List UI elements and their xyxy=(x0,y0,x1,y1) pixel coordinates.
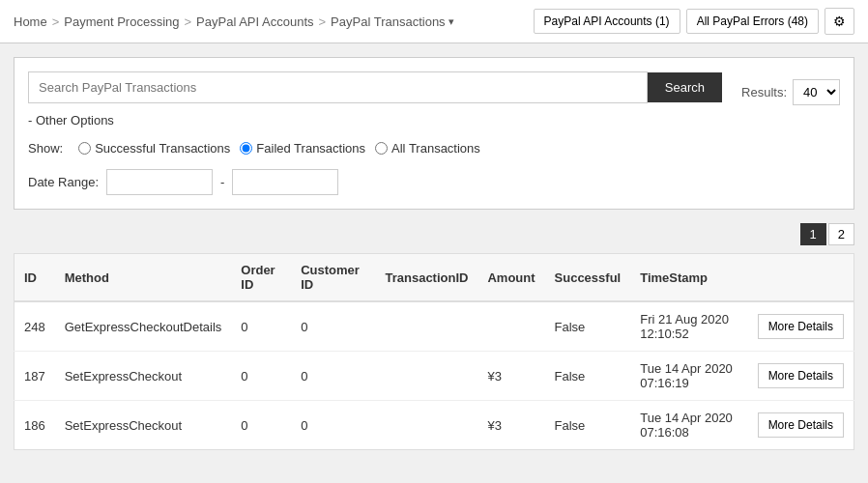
search-area: Search Results: 40 - Other Options Show:… xyxy=(14,57,854,210)
cell-method: SetExpressCheckout xyxy=(55,352,232,401)
col-header-customer-id: Customer ID xyxy=(291,254,375,302)
search-row: Search xyxy=(28,71,722,103)
col-header-order-id: Order ID xyxy=(231,254,291,302)
breadcrumb-sep2: > xyxy=(185,14,192,29)
col-header-timestamp: TimeStamp xyxy=(630,254,747,302)
cell-order-id: 0 xyxy=(231,301,291,352)
results-label: Results: xyxy=(741,85,787,99)
cell-order-id: 0 xyxy=(231,352,291,401)
cell-method: GetExpressCheckoutDetails xyxy=(55,301,232,352)
cell-action: More Details xyxy=(748,352,854,401)
table-body: 248 GetExpressCheckoutDetails 0 0 False … xyxy=(14,301,854,450)
cell-method: SetExpressCheckout xyxy=(55,401,232,450)
table-header-row: ID Method Order ID Customer ID Transacti… xyxy=(14,254,854,302)
paypal-api-accounts-button[interactable]: PayPal API Accounts (1) xyxy=(534,9,680,34)
cell-amount: ¥3 xyxy=(477,401,544,450)
radio-failed[interactable]: Failed Transactions xyxy=(240,141,365,156)
cell-id: 248 xyxy=(14,301,55,352)
col-header-successful: Successful xyxy=(545,254,631,302)
pagination-top: 1 2 xyxy=(14,223,854,245)
date-range-label: Date Range: xyxy=(28,175,99,189)
cell-successful: False xyxy=(545,352,631,401)
cell-order-id: 0 xyxy=(231,401,291,450)
radio-successful[interactable]: Successful Transactions xyxy=(78,141,230,156)
page-button-2[interactable]: 2 xyxy=(828,223,854,245)
settings-gear-button[interactable]: ⚙ xyxy=(825,8,854,35)
search-input[interactable] xyxy=(28,71,648,103)
cell-successful: False xyxy=(545,301,631,352)
date-from-input[interactable] xyxy=(106,169,213,195)
radio-all[interactable]: All Transactions xyxy=(375,141,480,156)
breadcrumb-current-label: PayPal Transactions xyxy=(331,14,446,29)
show-label: Show: xyxy=(28,141,63,156)
cell-id: 187 xyxy=(14,352,55,401)
radio-successful-label: Successful Transactions xyxy=(95,141,230,156)
options-panel: Show: Successful Transactions Failed Tra… xyxy=(28,141,840,195)
search-button[interactable]: Search xyxy=(648,72,722,102)
table-header: ID Method Order ID Customer ID Transacti… xyxy=(14,254,854,302)
cell-action: More Details xyxy=(748,401,854,450)
header-buttons: PayPal API Accounts (1) All PayPal Error… xyxy=(534,8,854,35)
gear-icon: ⚙ xyxy=(833,14,846,29)
all-paypal-errors-button[interactable]: All PayPal Errors (48) xyxy=(686,9,819,34)
date-separator: - xyxy=(220,175,224,189)
search-top: Search Results: 40 xyxy=(28,71,840,113)
cell-successful: False xyxy=(545,401,631,450)
breadcrumb-paypal-api-accounts[interactable]: PayPal API Accounts xyxy=(196,14,313,29)
cell-transaction-id xyxy=(375,401,477,450)
date-row: Date Range: - xyxy=(28,169,840,195)
col-header-id: ID xyxy=(14,254,55,302)
date-to-input[interactable] xyxy=(232,169,338,195)
cell-customer-id: 0 xyxy=(291,401,375,450)
radio-successful-input[interactable] xyxy=(78,142,91,155)
breadcrumb-home[interactable]: Home xyxy=(14,14,47,29)
chevron-down-icon: ▾ xyxy=(448,15,454,28)
cell-action: More Details xyxy=(748,301,854,352)
breadcrumb-payment-processing[interactable]: Payment Processing xyxy=(64,14,179,29)
radio-failed-input[interactable] xyxy=(240,142,252,155)
page-button-1[interactable]: 1 xyxy=(800,223,826,245)
radio-all-label: All Transactions xyxy=(391,141,480,156)
show-row: Show: Successful Transactions Failed Tra… xyxy=(28,141,840,156)
cell-amount xyxy=(477,301,544,352)
cell-timestamp: Fri 21 Aug 2020 12:10:52 xyxy=(630,301,747,352)
breadcrumb-current[interactable]: PayPal Transactions ▾ xyxy=(331,14,454,29)
cell-amount: ¥3 xyxy=(477,352,544,401)
transactions-table: ID Method Order ID Customer ID Transacti… xyxy=(14,253,854,450)
col-header-action xyxy=(748,254,854,302)
col-header-amount: Amount xyxy=(477,254,544,302)
cell-transaction-id xyxy=(375,352,477,401)
cell-customer-id: 0 xyxy=(291,301,375,352)
more-details-button[interactable]: More Details xyxy=(758,363,844,388)
breadcrumb-sep1: > xyxy=(52,14,60,29)
table-row: 187 SetExpressCheckout 0 0 ¥3 False Tue … xyxy=(14,352,854,401)
breadcrumb: Home > Payment Processing > PayPal API A… xyxy=(14,14,454,29)
col-header-method: Method xyxy=(55,254,232,302)
results-area: Results: 40 xyxy=(741,79,840,105)
main-content: Search Results: 40 - Other Options Show:… xyxy=(0,43,868,464)
more-details-button[interactable]: More Details xyxy=(758,314,844,339)
radio-failed-label: Failed Transactions xyxy=(256,141,365,156)
radio-all-input[interactable] xyxy=(375,142,388,155)
cell-id: 186 xyxy=(14,401,55,450)
results-select[interactable]: 40 xyxy=(793,79,840,105)
more-details-button[interactable]: More Details xyxy=(758,412,844,438)
col-header-transaction-id: TransactionID xyxy=(375,254,477,302)
table-row: 186 SetExpressCheckout 0 0 ¥3 False Tue … xyxy=(14,401,854,450)
cell-transaction-id xyxy=(375,301,477,352)
cell-timestamp: Tue 14 Apr 2020 07:16:19 xyxy=(630,352,747,401)
table-row: 248 GetExpressCheckoutDetails 0 0 False … xyxy=(14,301,854,352)
other-options-toggle[interactable]: - Other Options xyxy=(28,113,114,128)
breadcrumb-sep3: > xyxy=(319,14,327,29)
cell-timestamp: Tue 14 Apr 2020 07:16:08 xyxy=(630,401,747,450)
cell-customer-id: 0 xyxy=(291,352,375,401)
header-bar: Home > Payment Processing > PayPal API A… xyxy=(0,0,868,43)
